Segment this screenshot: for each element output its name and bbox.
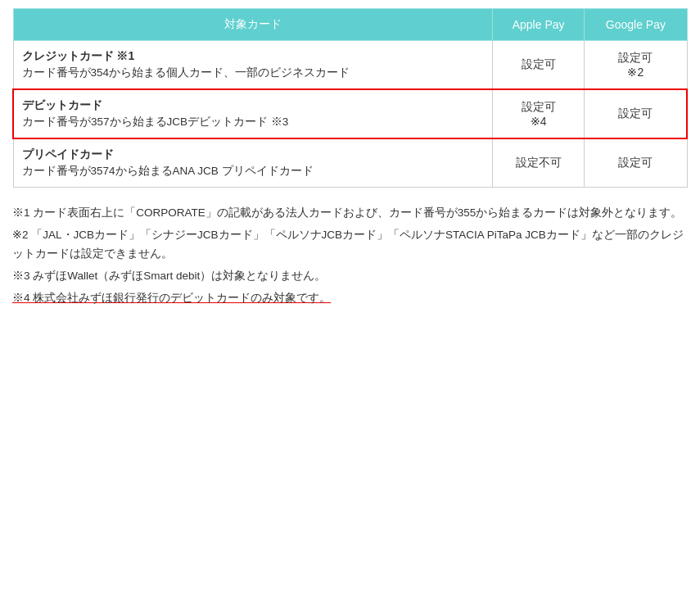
card-type: プリペイドカード [22,147,114,161]
table-row: デビットカードカード番号が357から始まるJCBデビットカード ※3設定可※4設… [13,89,687,138]
table-row: プリペイドカードカード番号が3574から始まるANA JCB プリペイドカード設… [13,138,687,188]
table-row: クレジットカード ※1カード番号が354から始まる個人カード、一部のビジネスカー… [13,41,687,90]
card-table: 対象カード Apple Pay Google Pay クレジットカード ※1カー… [12,8,688,188]
google-pay-cell: 設定可 [585,138,687,188]
col-header-card: 対象カード [13,9,492,41]
google-pay-cell: 設定可※2 [585,41,687,90]
card-desc: カード番号が3574から始まるANA JCB プリペイドカード [22,164,484,179]
card-desc: カード番号が357から始まるJCBデビットカード ※3 [22,115,484,129]
col-header-apple-pay: Apple Pay [492,9,584,41]
note-note2: ※2 「JAL・JCBカード」「シナジーJCBカード」「ペルソナJCBカード」「… [12,226,688,264]
card-type: クレジットカード ※1 [22,49,135,62]
apple-pay-cell: 設定可※4 [492,89,584,138]
note-note4: ※4 株式会社みずほ銀行発行のデビットカードのみ対象です。 [12,289,688,308]
apple-pay-cell: 設定可 [492,41,584,90]
apple-pay-cell: 設定不可 [492,138,584,188]
card-name-cell: クレジットカード ※1カード番号が354から始まる個人カード、一部のビジネスカー… [13,41,492,90]
card-name-cell: デビットカードカード番号が357から始まるJCBデビットカード ※3 [13,89,492,138]
card-desc: カード番号が354から始まる個人カード、一部のビジネスカード [22,66,484,80]
card-type: デビットカード [22,98,102,111]
notes-section: ※1 カード表面右上に「CORPORATE」の記載がある法人カードおよび、カード… [12,204,688,308]
note-note3: ※3 みずほWallet（みずほSmart debit）は対象となりません。 [12,267,688,286]
note-note1: ※1 カード表面右上に「CORPORATE」の記載がある法人カードおよび、カード… [12,204,688,223]
card-name-cell: プリペイドカードカード番号が3574から始まるANA JCB プリペイドカード [13,138,492,188]
col-header-google-pay: Google Pay [585,9,687,41]
google-pay-cell: 設定可 [585,89,687,138]
